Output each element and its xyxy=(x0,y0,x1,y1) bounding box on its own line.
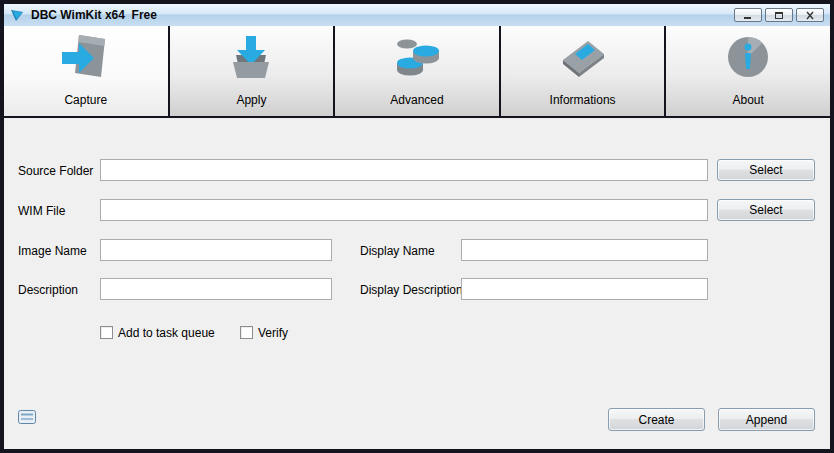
maximize-button[interactable] xyxy=(765,8,793,22)
app-window: DBC WimKit x64 Free xyxy=(0,0,834,453)
tab-capture[interactable]: Capture xyxy=(4,26,168,116)
add-to-task-queue-checkbox[interactable] xyxy=(100,326,113,339)
tab-bar: Capture Apply Advanced xyxy=(4,26,830,118)
verify-checkbox[interactable] xyxy=(240,326,253,339)
wim-file-label: WIM File xyxy=(18,204,65,218)
tab-informations[interactable]: Informations xyxy=(501,26,665,116)
minimize-icon xyxy=(743,11,753,20)
source-folder-input[interactable] xyxy=(100,159,708,181)
tab-advanced[interactable]: Advanced xyxy=(335,26,499,116)
wimkit-logo-icon xyxy=(10,8,25,23)
tab-about-label: About xyxy=(732,93,763,107)
apply-download-tray-icon xyxy=(223,33,279,81)
display-description-input[interactable] xyxy=(461,278,708,300)
display-description-label: Display Description xyxy=(360,283,463,297)
verify-label[interactable]: Verify xyxy=(258,326,288,340)
capture-arrow-page-icon xyxy=(58,33,114,81)
tab-about[interactable]: About xyxy=(666,26,830,116)
add-to-task-queue-label[interactable]: Add to task queue xyxy=(118,326,215,340)
window-title: DBC WimKit x64 Free xyxy=(31,8,157,22)
wim-file-input[interactable] xyxy=(100,199,708,221)
about-info-disc-icon xyxy=(720,33,776,81)
tab-apply[interactable]: Apply xyxy=(170,26,334,116)
advanced-disc-stack-icon xyxy=(389,33,445,81)
tab-capture-label: Capture xyxy=(64,93,107,107)
minimize-button[interactable] xyxy=(734,8,762,22)
close-icon xyxy=(805,11,815,20)
capture-tab-panel: Source Folder Select WIM File Select Ima… xyxy=(4,118,830,449)
log-panel-icon[interactable] xyxy=(18,410,36,424)
titlebar[interactable]: DBC WimKit x64 Free xyxy=(4,4,830,26)
description-input[interactable] xyxy=(100,278,332,300)
create-button[interactable]: Create xyxy=(608,408,705,431)
image-name-input[interactable] xyxy=(100,239,332,261)
tab-informations-label: Informations xyxy=(550,93,616,107)
display-name-label: Display Name xyxy=(360,244,435,258)
window-controls xyxy=(734,8,824,22)
informations-box-icon xyxy=(555,33,611,81)
append-button[interactable]: Append xyxy=(718,408,815,431)
source-folder-label: Source Folder xyxy=(18,164,93,178)
image-name-label: Image Name xyxy=(18,244,87,258)
close-button[interactable] xyxy=(796,8,824,22)
description-label: Description xyxy=(18,283,78,297)
maximize-icon xyxy=(774,11,784,20)
tab-advanced-label: Advanced xyxy=(390,93,443,107)
wim-file-select-button[interactable]: Select xyxy=(717,199,815,221)
tab-apply-label: Apply xyxy=(236,93,266,107)
display-name-input[interactable] xyxy=(461,239,708,261)
source-folder-select-button[interactable]: Select xyxy=(717,159,815,181)
